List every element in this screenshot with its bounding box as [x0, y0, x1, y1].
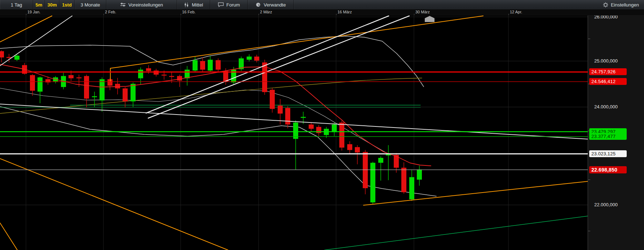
candlestick-chart[interactable] [0, 0, 644, 250]
candle-body [92, 96, 97, 97]
date-tick [103, 14, 104, 15]
eye-icon [255, 2, 261, 7]
overlay-white-steep-topleft [0, 16, 72, 66]
candle-body [285, 108, 290, 125]
price-badge-last-price: 22.698,850 [589, 166, 627, 173]
toolbar-button-label: 1 Tag [11, 2, 22, 8]
indicator-icon [184, 2, 189, 8]
toolbar-button-range-3monate[interactable]: 3 Monate [75, 0, 106, 9]
candle-body [193, 60, 198, 71]
toolbar-button-label: Mittel [192, 2, 203, 8]
candle-body [76, 77, 81, 78]
date-tick [336, 14, 336, 15]
sliders-icon [120, 2, 126, 7]
date-tick [26, 14, 26, 15]
candle-body [69, 75, 74, 78]
candle-body [123, 89, 128, 102]
price-badge-resistance-1: 24.757,926 [589, 68, 627, 75]
candle-body [14, 56, 19, 60]
candle-body [363, 152, 368, 188]
date-tick [414, 14, 414, 15]
toolbar-button-verwandte[interactable]: Verwandte [248, 0, 294, 9]
price-tick-label: 22.000,000 [594, 202, 618, 207]
price-badge-resistance-2: 24.546,412 [589, 78, 627, 85]
toolbar: 1 Tag5m30m1std3 MonateVoreinstellungenMi… [0, 0, 644, 10]
toolbar-button-voreinstellungen[interactable]: Voreinstellungen [106, 0, 177, 9]
candle-body [200, 61, 205, 70]
toolbar-button-einstellungen[interactable]: Einstellungen [598, 0, 644, 9]
price-badge-support-green-2: 23.377,477 [589, 133, 627, 140]
date-label: 2 März [260, 10, 272, 14]
overlay-orange-down-main [0, 159, 228, 250]
date-label: 16 Feb. [182, 10, 195, 14]
candle-body [417, 170, 422, 180]
date-label: 19 Jan. [27, 10, 40, 14]
candle-body [0, 51, 4, 57]
candle-body [316, 127, 321, 133]
candle-body [138, 70, 143, 78]
candle-body [45, 79, 50, 82]
candle-body [309, 125, 314, 129]
candle-body [347, 144, 352, 150]
price-badge-support-white: 23.023,125 [589, 150, 627, 157]
toolbar-button-label: 3 Monate [80, 2, 100, 8]
toolbar-button-label: Voreinstellungen [128, 2, 163, 8]
price-minor-tick [588, 180, 590, 180]
date-tick [259, 14, 259, 15]
toolbar-button-label: Verwandte [264, 2, 286, 8]
candle-body [332, 125, 337, 132]
candle-body [409, 177, 414, 199]
candle-body [216, 60, 221, 70]
overlay-green-bottom-trend [325, 216, 588, 250]
date-tick [508, 14, 509, 15]
toolbar-button-label: 1std [62, 2, 72, 8]
date-label: 16 März [338, 10, 352, 14]
date-label: 2 Feb. [105, 10, 116, 14]
date-axis: 19 Jan.2 Feb.16 Feb.2 März16 März30 März… [0, 9, 644, 16]
price-minor-tick [588, 39, 590, 39]
toolbar-button-tf-30m[interactable]: 30m [45, 0, 59, 9]
overlay-white-fan-1 [146, 16, 389, 113]
candle-body [270, 90, 275, 109]
candle-body [208, 60, 213, 70]
price-tick-label: 24.000,000 [594, 104, 618, 109]
price-tick-label: 25.000,000 [594, 58, 618, 64]
candle-body [30, 75, 35, 91]
toolbar-button-label: Forum [226, 2, 240, 8]
candle-body [162, 75, 167, 76]
price-minor-tick [588, 231, 590, 231]
date-label: 30 März [415, 10, 430, 14]
candle-body [131, 84, 136, 102]
candle-body [370, 163, 375, 203]
candle-body [185, 70, 190, 78]
candle-body [355, 147, 360, 152]
candle-body [339, 122, 344, 147]
candle-body [6, 57, 12, 58]
toolbar-button-tf-5m[interactable]: 5m [33, 0, 45, 9]
candle-body [146, 68, 151, 71]
candle-body [115, 84, 120, 89]
candle-body [301, 117, 306, 118]
toolbar-button-range-1tag[interactable]: 1 Tag [0, 0, 33, 9]
overlay-orange-wedge-bottom [363, 181, 588, 205]
candle-body [254, 57, 259, 61]
candle-body [38, 77, 43, 91]
toolbar-button-label: Einstellungen [611, 2, 639, 8]
candle-body [100, 79, 105, 100]
candle-body [84, 76, 89, 99]
candle-body [169, 76, 174, 77]
toolbar-button-label: 30m [47, 2, 57, 8]
candle-body [278, 105, 283, 113]
trading-chart-app: 1 Tag5m30m1std3 MonateVoreinstellungenMi… [0, 0, 644, 250]
toolbar-spacer [294, 0, 598, 9]
toolbar-button-forum[interactable]: Forum [210, 0, 248, 9]
candle-body [401, 168, 406, 192]
date-label: 12 Apr. [510, 10, 522, 14]
toolbar-button-mittel[interactable]: Mittel [177, 0, 210, 9]
overlay-orange-down-corner [0, 223, 17, 250]
toolbar-button-tf-1std[interactable]: 1std [59, 0, 75, 9]
candle-body [247, 57, 252, 60]
toolbar-button-label: 5m [36, 2, 43, 8]
date-tick [181, 14, 181, 15]
candle-body [378, 158, 383, 163]
